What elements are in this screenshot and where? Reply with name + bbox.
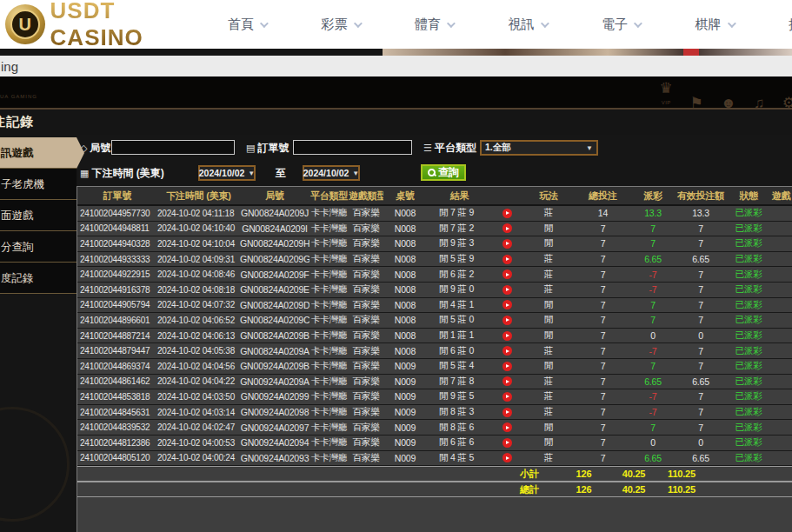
round-no-cell: GN00824A0209F — [240, 269, 309, 280]
header-cell: 派彩 — [631, 190, 675, 203]
play-type-cell: 閒 — [522, 299, 575, 311]
status-cell: 已派彩 — [727, 314, 770, 326]
sum-label: 小計 — [503, 468, 556, 481]
flag-icon[interactable]: ⚑ — [690, 96, 703, 110]
replay-play-icon[interactable] — [502, 269, 512, 279]
sidebar-item[interactable]: 度記錄 — [0, 263, 77, 294]
nav-item[interactable]: 電子 — [602, 17, 640, 33]
replay-play-icon[interactable] — [502, 408, 512, 417]
valid-bet-cell: 6.65 — [675, 254, 727, 264]
bet-time-cell: 2024-10-02 04:03:14 — [157, 408, 240, 417]
replay-play-icon[interactable] — [502, 239, 512, 249]
header-cell: 遊戲 — [770, 190, 792, 203]
platform-type-select[interactable]: 1.全部 ▼ — [480, 140, 598, 156]
nav-item-label: 視訊 — [509, 17, 535, 33]
result-cell: 閒 6 莊 0 — [427, 345, 492, 357]
dropdown-arrow-icon: ▼ — [352, 170, 359, 177]
platform-cell: 卡卡灣廳 — [309, 406, 349, 418]
subtotal-row: 小計12640.25110.25 — [77, 466, 792, 482]
vip-icon[interactable]: ♛VIP — [660, 81, 673, 110]
sidebar-item[interactable]: 分查詢 — [0, 231, 77, 263]
order-no-input[interactable] — [293, 140, 412, 155]
replay-play-icon[interactable] — [502, 300, 512, 309]
replay-cell — [492, 300, 522, 309]
replay-play-icon[interactable] — [502, 209, 512, 218]
replay-play-icon[interactable] — [502, 376, 512, 386]
platform-cell: 卡卡灣廳 — [309, 376, 349, 388]
replay-play-icon[interactable] — [502, 223, 512, 233]
order-no-cell: 241002044853818 — [77, 392, 157, 402]
replay-play-icon[interactable] — [502, 285, 512, 295]
date-from-select[interactable]: 2024/10/02 ▼ — [198, 165, 256, 181]
query-button[interactable]: 查詢 — [421, 164, 466, 181]
game-type-cell: 百家樂 — [349, 207, 383, 219]
nav-item[interactable]: 彩票 — [322, 17, 360, 33]
sidebar-item[interactable]: 子老虎機 — [0, 169, 77, 200]
status-cell: 已派彩 — [727, 345, 770, 357]
play-type-cell: 莊 — [522, 390, 575, 402]
header-cell: 局號 — [240, 190, 309, 203]
play-type-cell: 閒 — [522, 223, 575, 235]
table-row: 241002044887214 2024-10-02 04:06:13 GN00… — [77, 329, 792, 344]
sidebar-item[interactable]: 面遊戲 — [0, 200, 77, 231]
replay-play-icon[interactable] — [502, 255, 512, 264]
payout-cell: 7 — [631, 422, 675, 433]
header-cell: 遊戲類型 — [349, 190, 383, 203]
chat-agent-icon[interactable]: ☻ — [721, 96, 736, 110]
order-no-cell: 241002044879447 — [77, 346, 157, 356]
sum-payout: 40.25 — [612, 484, 656, 495]
table-no-cell: N009 — [383, 376, 427, 387]
game-type-cell: 百家樂 — [349, 360, 383, 372]
total-bet-cell: 7 — [575, 254, 631, 264]
replay-play-icon[interactable] — [502, 346, 512, 356]
nav-item[interactable]: 棋牌 — [695, 17, 734, 33]
date-to-select[interactable]: 2024/10/02 ▼ — [303, 165, 360, 181]
table-no-cell: N008 — [383, 269, 427, 280]
platform-type-label: ☰ 平台類型 — [423, 141, 476, 156]
replay-play-icon[interactable] — [502, 453, 512, 462]
replay-play-icon[interactable] — [502, 422, 512, 432]
nav-item[interactable]: 體育 — [415, 17, 453, 33]
game-type-cell: 百家樂 — [349, 299, 383, 311]
table-row: 241002044948811 2024-10-02 04:10:40 GN00… — [77, 222, 792, 237]
game-type-cell: 百家樂 — [349, 329, 383, 342]
replay-cell — [492, 376, 522, 386]
table-no-cell: N008 — [383, 254, 427, 264]
order-no-cell: 241002044845631 — [77, 408, 157, 417]
partial-text: ing — [1, 59, 18, 74]
payout-cell: 7 — [631, 223, 675, 234]
casino-logo[interactable]: U USDT CASINO — [5, 0, 214, 51]
sidebar-item[interactable]: 訊遊戲 — [0, 137, 77, 169]
settings-icon[interactable]: ⚙ — [782, 96, 792, 110]
nav-item-label: 彩票 — [322, 17, 348, 33]
platform-cell: 卡卡灣廳 — [309, 207, 349, 219]
result-cell: 閒 4 莊 5 — [427, 452, 492, 464]
replay-play-icon[interactable] — [502, 362, 512, 371]
play-type-cell: 莊 — [522, 376, 575, 388]
nav-item-label: 棋牌 — [695, 17, 722, 33]
music-icon[interactable]: ♫ — [754, 96, 765, 110]
round-no-cell: GN00824A0209G — [240, 254, 309, 264]
bet-time-cell: 2024-10-02 04:06:52 — [157, 316, 240, 325]
result-cell: 閒 7 莊 9 — [427, 207, 492, 219]
nav-item[interactable]: 捕魚 — [789, 17, 792, 33]
table-header-row: 訂單號下注時間 (美東)局號平台類型遊戲類型桌號結果玩法總投注派彩有效投注額狀態… — [77, 187, 792, 206]
nav-item[interactable]: 視訊 — [509, 17, 547, 33]
status-cell: 已派彩 — [727, 329, 770, 342]
total-bet-cell: 7 — [575, 223, 631, 234]
valid-bet-cell: 7 — [675, 407, 727, 417]
table-row: 241002044896601 2024-10-02 04:06:52 GN00… — [77, 313, 792, 329]
payout-cell: 7 — [631, 238, 675, 249]
platform-cell: 卡卡灣廳 — [309, 360, 349, 372]
total-bet-cell: 7 — [575, 376, 631, 387]
replay-play-icon[interactable] — [502, 438, 512, 448]
replay-play-icon[interactable] — [502, 331, 512, 341]
replay-play-icon[interactable] — [502, 392, 512, 402]
platform-cell: 卡卡灣廳 — [309, 422, 349, 434]
replay-play-icon[interactable] — [502, 316, 512, 325]
result-cell: 閒 9 莊 3 — [427, 237, 492, 249]
replay-cell — [492, 331, 522, 341]
nav-item[interactable]: 首頁 — [228, 17, 266, 33]
play-type-cell: 莊 — [522, 345, 575, 357]
round-no-input[interactable] — [111, 140, 235, 155]
